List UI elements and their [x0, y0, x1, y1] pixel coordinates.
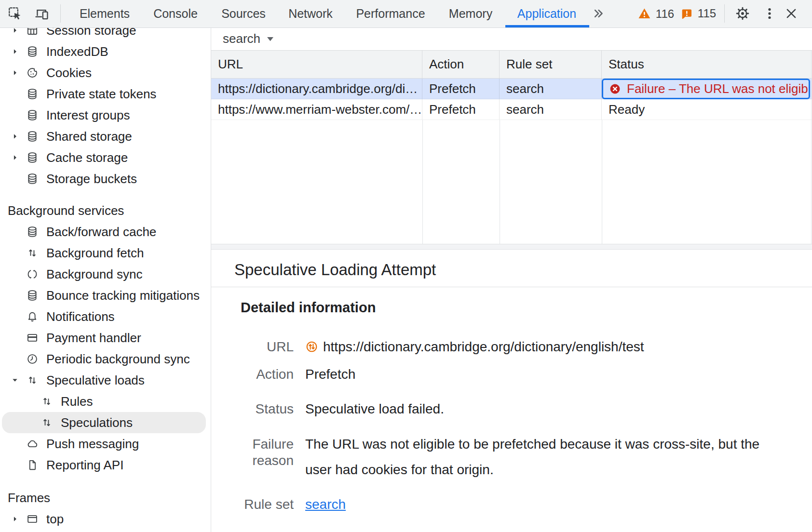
chevron-right-icon[interactable]	[9, 151, 21, 164]
sidebar-item-label: Speculative loads	[46, 373, 145, 388]
sidebar-item-push-messaging[interactable]: Push messaging	[0, 433, 211, 454]
sidebar-item-label: IndexedDB	[46, 44, 108, 59]
sidebar-item-rules[interactable]: Rules	[0, 391, 211, 412]
updown-arrows-icon	[40, 415, 54, 430]
detail-row-status: StatusSpeculative load failed.	[211, 401, 444, 417]
tab-memory[interactable]: Memory	[449, 0, 492, 27]
chevron-right-icon[interactable]	[9, 66, 21, 79]
split-divider[interactable]	[211, 244, 812, 250]
database-icon	[25, 172, 40, 186]
table-row[interactable]: https://www.merriam-webster.com/…Prefetc…	[211, 99, 812, 120]
sidebar-item-indexeddb[interactable]: IndexedDB	[0, 41, 211, 62]
active-tab-underline	[505, 25, 589, 27]
ruleset-filter-dropdown[interactable]: search	[223, 27, 274, 50]
close-icon[interactable]	[783, 5, 799, 22]
cell-ruleset[interactable]: search	[500, 79, 602, 99]
detail-label: Status	[211, 401, 294, 417]
sidebar-item-label: Push messaging	[46, 437, 139, 452]
sidebar-item-label: Storage buckets	[46, 172, 137, 186]
inspect-icon[interactable]	[7, 5, 23, 22]
issue-bubble-icon	[680, 7, 693, 20]
gear-icon[interactable]	[734, 5, 751, 22]
tab-console[interactable]: Console	[153, 0, 198, 27]
chevron-right-icon[interactable]	[9, 513, 21, 525]
sidebar-item-bounce-tracking-mitigations[interactable]: Bounce tracking mitigations	[0, 285, 211, 306]
detail-section-heading: Detailed information	[241, 300, 376, 316]
detail-pane-divider	[211, 287, 812, 287]
tab-elements[interactable]: Elements	[80, 0, 130, 27]
chevron-down-icon[interactable]	[9, 374, 21, 386]
chevron-right-icon[interactable]	[9, 45, 21, 58]
sidebar-item-shared-storage[interactable]: Shared storage	[0, 126, 211, 147]
sidebar-item-label: Speculations	[61, 415, 133, 430]
chevron-right-icon[interactable]	[9, 27, 21, 37]
sidebar-item-speculative-loads[interactable]: Speculative loads	[0, 370, 211, 391]
frame-icon	[25, 512, 40, 526]
sidebar-item-cookies[interactable]: Cookies	[0, 62, 211, 83]
cell-url[interactable]: https://www.merriam-webster.com/…	[211, 99, 422, 120]
sidebar-item-private-state-tokens[interactable]: Private state tokens	[0, 83, 211, 105]
sidebar-item-session-storage[interactable]: Session storage	[0, 27, 211, 41]
cell-action[interactable]: Prefetch	[422, 79, 500, 99]
tab-network[interactable]: Network	[288, 0, 333, 27]
sidebar-item-label: top	[46, 512, 64, 527]
sidebar-item-label: Rules	[61, 394, 93, 409]
warnings-badge[interactable]: 116	[637, 7, 674, 21]
sidebar-item-top[interactable]: top	[0, 508, 211, 530]
sidebar-item-notifications[interactable]: Notifications	[0, 306, 211, 327]
database-icon	[25, 150, 40, 165]
sidebar-item-label: Private state tokens	[46, 87, 156, 102]
detail-value: https://dictionary.cambridge.org/diction…	[323, 339, 644, 355]
detail-row-rule-set: Rule setsearch	[211, 496, 346, 513]
chevron-placeholder	[23, 395, 36, 408]
updown-arrows-icon	[40, 394, 54, 409]
sidebar-item-label: Reporting API	[46, 458, 123, 473]
sidebar-item-label: Back/forward cache	[46, 225, 156, 239]
device-toolbar-icon[interactable]	[34, 5, 50, 22]
sidebar-item-storage-buckets[interactable]: Storage buckets	[0, 168, 211, 189]
more-tabs-icon[interactable]	[590, 5, 607, 22]
tab-sources[interactable]: Sources	[221, 0, 266, 27]
kebab-menu-icon[interactable]	[761, 5, 778, 22]
status-cell-failure[interactable]: Failure – The URL was not eligible	[602, 79, 810, 99]
cell-url[interactable]: https://dictionary.cambridge.org/di…	[211, 79, 422, 99]
chevron-placeholder	[9, 268, 21, 280]
warning-triangle-icon	[637, 7, 651, 21]
cell-status[interactable]: Ready	[602, 99, 812, 120]
sidebar-item-background-fetch[interactable]: Background fetch	[0, 242, 211, 264]
sidebar-item-background-sync[interactable]: Background sync	[0, 264, 211, 285]
detail-row-failure-reason: Failure reasonThe URL was not eligible t…	[211, 431, 784, 482]
sidebar-item-label: Notifications	[46, 309, 115, 324]
detail-pane-title: Speculative Loading Attempt	[234, 261, 436, 279]
column-divider	[422, 120, 423, 244]
sidebar-item-interest-groups[interactable]: Interest groups	[0, 105, 211, 126]
table-header: URL Action Rule set Status	[211, 50, 812, 79]
ruleset-link[interactable]: search	[305, 497, 346, 512]
tab-performance[interactable]: Performance	[356, 0, 425, 27]
sidebar-item-cache-storage[interactable]: Cache storage	[0, 147, 211, 168]
warning-count: 116	[656, 7, 674, 20]
sidebar-item-label: Shared storage	[46, 129, 132, 144]
ruleset-filter-row: search	[211, 27, 812, 50]
tab-application[interactable]: Application	[517, 0, 576, 27]
updown-arrows-icon	[25, 373, 40, 387]
sidebar-item-payment-handler[interactable]: Payment handler	[0, 327, 211, 348]
chevron-placeholder	[9, 173, 21, 185]
detail-row-action: ActionPrefetch	[211, 366, 355, 383]
sidebar-item-label: Cookies	[46, 66, 92, 80]
database-icon	[25, 44, 40, 59]
sidebar-item-reporting-api[interactable]: Reporting API	[0, 454, 211, 476]
section-header-background-services: Background services	[0, 200, 211, 221]
chevron-placeholder	[23, 416, 36, 429]
issues-badge[interactable]: 115	[680, 7, 716, 20]
sidebar-item-back-forward-cache[interactable]: Back/forward cache	[0, 221, 211, 242]
chevron-placeholder	[9, 353, 21, 365]
cell-action[interactable]: Prefetch	[422, 99, 500, 120]
sidebar-item-speculations[interactable]: Speculations	[0, 412, 211, 433]
failure-icon	[609, 82, 622, 95]
database-icon	[25, 225, 40, 239]
chevron-right-icon[interactable]	[9, 130, 21, 143]
sidebar-item-periodic-background-sync[interactable]: Periodic background sync	[0, 348, 211, 370]
table-right-border	[811, 50, 812, 244]
cell-ruleset[interactable]: search	[500, 99, 602, 120]
